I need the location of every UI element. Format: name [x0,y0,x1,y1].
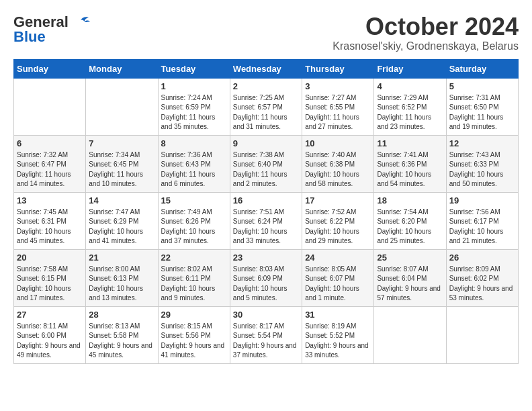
day-number: 12 [449,138,515,148]
day-info: Sunrise: 7:32 AMSunset: 6:47 PMDaylight:… [17,150,83,189]
day-number: 31 [305,310,371,320]
weekday-header-wednesday: Wednesday [230,59,302,78]
day-number: 17 [305,195,371,205]
day-info: Sunrise: 7:36 AMSunset: 6:43 PMDaylight:… [161,150,227,189]
day-number: 13 [17,195,83,205]
page-header: General Blue October 2024 Krasnosel'skiy… [13,13,519,52]
calendar-cell: 15Sunrise: 7:49 AMSunset: 6:26 PMDayligh… [158,192,230,249]
day-number: 4 [377,81,443,91]
calendar-cell: 17Sunrise: 7:52 AMSunset: 6:22 PMDayligh… [302,192,374,249]
day-info: Sunrise: 7:29 AMSunset: 6:52 PMDaylight:… [377,93,443,132]
day-info: Sunrise: 7:31 AMSunset: 6:50 PMDaylight:… [449,93,515,132]
calendar-cell: 9Sunrise: 7:38 AMSunset: 6:40 PMDaylight… [230,135,302,192]
day-info: Sunrise: 8:13 AMSunset: 5:58 PMDaylight:… [89,322,154,361]
day-info: Sunrise: 7:40 AMSunset: 6:38 PMDaylight:… [305,150,371,189]
day-info: Sunrise: 8:19 AMSunset: 5:52 PMDaylight:… [305,322,371,361]
day-number: 11 [377,138,443,148]
day-number: 21 [89,253,154,263]
day-info: Sunrise: 7:49 AMSunset: 6:26 PMDaylight:… [161,208,227,246]
location: Krasnosel'skiy, Grodnenskaya, Belarus [332,40,519,52]
day-number: 10 [305,138,371,148]
day-info: Sunrise: 7:41 AMSunset: 6:36 PMDaylight:… [377,150,443,189]
weekday-header-thursday: Thursday [302,59,374,78]
calendar-cell: 28Sunrise: 8:13 AMSunset: 5:58 PMDayligh… [86,306,158,363]
day-number: 28 [89,310,154,320]
day-number: 20 [17,253,83,263]
day-number: 16 [233,195,299,205]
day-info: Sunrise: 7:47 AMSunset: 6:29 PMDaylight:… [89,208,154,246]
day-number: 14 [89,195,154,205]
calendar-cell: 20Sunrise: 7:58 AMSunset: 6:15 PMDayligh… [14,249,86,306]
calendar-cell: 18Sunrise: 7:54 AMSunset: 6:20 PMDayligh… [374,192,446,249]
weekday-header-monday: Monday [86,59,158,78]
day-number: 25 [377,253,443,263]
weekday-header-saturday: Saturday [446,59,518,78]
day-number: 3 [305,81,371,91]
calendar-cell: 7Sunrise: 7:34 AMSunset: 6:45 PMDaylight… [86,135,158,192]
day-number: 29 [161,310,227,320]
day-number: 27 [17,310,83,320]
day-number: 7 [89,138,154,148]
calendar-cell: 8Sunrise: 7:36 AMSunset: 6:43 PMDaylight… [158,135,230,192]
day-info: Sunrise: 8:07 AMSunset: 6:04 PMDaylight:… [377,265,443,304]
calendar-cell: 2Sunrise: 7:25 AMSunset: 6:57 PMDaylight… [230,78,302,135]
day-number: 19 [449,195,515,205]
calendar-cell [14,78,86,135]
day-info: Sunrise: 7:58 AMSunset: 6:15 PMDaylight:… [17,265,83,304]
logo: General Blue [13,13,90,46]
calendar-cell: 13Sunrise: 7:45 AMSunset: 6:31 PMDayligh… [14,192,86,249]
calendar-cell: 27Sunrise: 8:11 AMSunset: 6:00 PMDayligh… [14,306,86,363]
calendar-cell: 26Sunrise: 8:09 AMSunset: 6:02 PMDayligh… [446,249,518,306]
calendar-cell: 19Sunrise: 7:56 AMSunset: 6:17 PMDayligh… [446,192,518,249]
day-number: 24 [305,253,371,263]
calendar-cell: 31Sunrise: 8:19 AMSunset: 5:52 PMDayligh… [302,306,374,363]
month-title: October 2024 [332,13,519,40]
calendar-cell: 14Sunrise: 7:47 AMSunset: 6:29 PMDayligh… [86,192,158,249]
day-number: 5 [449,81,515,91]
day-info: Sunrise: 8:17 AMSunset: 5:54 PMDaylight:… [233,322,299,361]
day-info: Sunrise: 7:51 AMSunset: 6:24 PMDaylight:… [233,208,299,246]
day-number: 6 [17,138,83,148]
day-number: 15 [161,195,227,205]
calendar-cell [86,78,158,135]
day-number: 1 [161,81,227,91]
day-info: Sunrise: 7:38 AMSunset: 6:40 PMDaylight:… [233,150,299,189]
day-number: 22 [161,253,227,263]
day-info: Sunrise: 7:43 AMSunset: 6:33 PMDaylight:… [449,150,515,189]
day-number: 26 [449,253,515,263]
day-number: 18 [377,195,443,205]
day-info: Sunrise: 7:54 AMSunset: 6:20 PMDaylight:… [377,208,443,246]
day-info: Sunrise: 7:27 AMSunset: 6:55 PMDaylight:… [305,93,371,132]
calendar-cell: 1Sunrise: 7:24 AMSunset: 6:59 PMDaylight… [158,78,230,135]
calendar-cell: 5Sunrise: 7:31 AMSunset: 6:50 PMDaylight… [446,78,518,135]
day-info: Sunrise: 7:24 AMSunset: 6:59 PMDaylight:… [161,93,227,132]
day-number: 8 [161,138,227,148]
day-info: Sunrise: 7:56 AMSunset: 6:17 PMDaylight:… [449,208,515,246]
calendar-cell: 23Sunrise: 8:03 AMSunset: 6:09 PMDayligh… [230,249,302,306]
day-number: 2 [233,81,299,91]
calendar-cell: 16Sunrise: 7:51 AMSunset: 6:24 PMDayligh… [230,192,302,249]
calendar-cell: 6Sunrise: 7:32 AMSunset: 6:47 PMDaylight… [14,135,86,192]
day-info: Sunrise: 8:09 AMSunset: 6:02 PMDaylight:… [449,265,515,304]
weekday-header-friday: Friday [374,59,446,78]
calendar-cell: 21Sunrise: 8:00 AMSunset: 6:13 PMDayligh… [86,249,158,306]
calendar-cell: 25Sunrise: 8:07 AMSunset: 6:04 PMDayligh… [374,249,446,306]
calendar-table: SundayMondayTuesdayWednesdayThursdayFrid… [13,59,519,364]
weekday-header-sunday: Sunday [14,59,86,78]
logo-text-blue: Blue [13,28,46,46]
calendar-cell: 4Sunrise: 7:29 AMSunset: 6:52 PMDaylight… [374,78,446,135]
calendar-cell: 12Sunrise: 7:43 AMSunset: 6:33 PMDayligh… [446,135,518,192]
logo-bird-icon [71,15,90,30]
day-info: Sunrise: 8:15 AMSunset: 5:56 PMDaylight:… [161,322,227,361]
title-section: October 2024 Krasnosel'skiy, Grodnenskay… [332,13,519,52]
day-info: Sunrise: 8:11 AMSunset: 6:00 PMDaylight:… [17,322,83,361]
calendar-cell [374,306,446,363]
weekday-header-tuesday: Tuesday [158,59,230,78]
day-info: Sunrise: 7:45 AMSunset: 6:31 PMDaylight:… [17,208,83,246]
calendar-cell: 10Sunrise: 7:40 AMSunset: 6:38 PMDayligh… [302,135,374,192]
day-info: Sunrise: 7:34 AMSunset: 6:45 PMDaylight:… [89,150,154,189]
day-info: Sunrise: 8:02 AMSunset: 6:11 PMDaylight:… [161,265,227,304]
day-info: Sunrise: 7:25 AMSunset: 6:57 PMDaylight:… [233,93,299,132]
day-info: Sunrise: 8:05 AMSunset: 6:07 PMDaylight:… [305,265,371,304]
day-info: Sunrise: 8:03 AMSunset: 6:09 PMDaylight:… [233,265,299,304]
